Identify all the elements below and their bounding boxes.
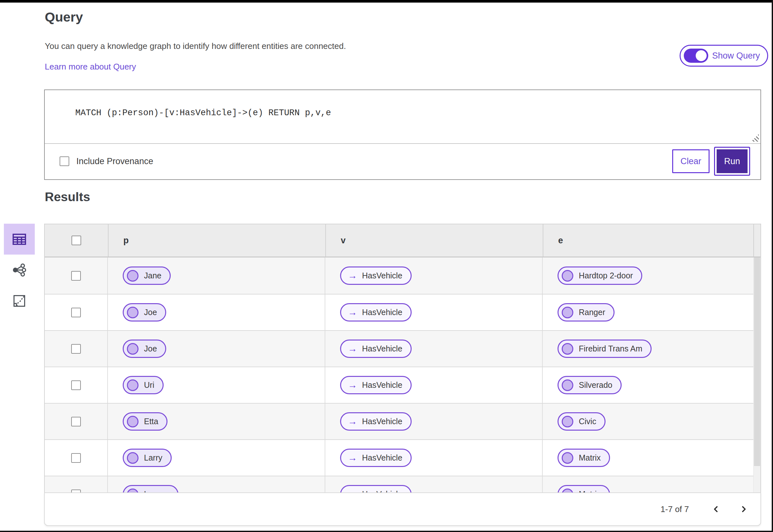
person-node-pill[interactable]: Larry <box>123 449 172 467</box>
arrow-right-icon: → <box>348 308 357 317</box>
cell-e: Silverado <box>543 367 760 403</box>
cell-v: → HasVehicle <box>325 404 543 439</box>
include-provenance-label: Include Provenance <box>76 156 153 166</box>
node-circle-icon <box>562 343 573 355</box>
arrow-right-icon: → <box>348 344 357 353</box>
node-circle-icon <box>562 307 573 318</box>
table-view-button[interactable] <box>4 224 35 255</box>
map-icon <box>12 294 26 308</box>
graph-view-button[interactable] <box>4 255 35 285</box>
entity-node-pill[interactable]: Civic <box>557 412 606 431</box>
node-circle-icon <box>127 307 138 318</box>
arrow-right-icon: → <box>348 490 357 492</box>
cell-v: → HasVehicle <box>325 257 543 294</box>
cell-e: Firebird Trans Am <box>543 331 760 367</box>
row-checkbox[interactable] <box>71 453 81 463</box>
run-button[interactable]: Run <box>714 147 750 176</box>
node-circle-icon <box>562 379 573 391</box>
cell-v: → HasVehicle <box>325 294 543 330</box>
node-circle-icon <box>127 270 138 282</box>
entity-node-pill[interactable]: Silverado <box>557 376 622 394</box>
entity-node-pill[interactable]: Matrix <box>557 485 610 492</box>
cell-v: → HasVehicle <box>325 367 543 403</box>
person-node-pill[interactable]: Jane <box>123 266 171 285</box>
graph-icon <box>12 263 27 277</box>
cell-e: Civic <box>543 404 760 439</box>
table-row: Lauren → HasVehicle Matrix <box>45 476 760 492</box>
cell-p: Larry <box>108 440 325 476</box>
node-circle-icon <box>127 489 138 493</box>
pagination-bar: 1-7 of 7 <box>44 492 761 526</box>
row-checkbox-cell <box>45 257 108 294</box>
cell-e: Matrix <box>543 476 760 492</box>
results-table: p v e Jane → HasVehicle Hardtop 2-door <box>44 224 761 492</box>
person-node-pill[interactable]: Joe <box>123 340 166 358</box>
table-row: Etta → HasVehicle Civic <box>45 403 760 439</box>
node-circle-icon <box>127 452 138 464</box>
column-header-p: p <box>108 224 325 257</box>
header-scrollbar-spacer <box>753 224 760 257</box>
include-provenance-checkbox[interactable] <box>60 156 69 166</box>
table-row: Uri → HasVehicle Silverado <box>45 367 760 403</box>
results-view-switcher <box>4 224 35 316</box>
entity-node-pill[interactable]: Matrix <box>557 449 610 467</box>
toggle-switch-icon[interactable] <box>684 49 708 63</box>
node-circle-icon <box>562 489 573 493</box>
cell-p: Lauren <box>108 476 325 492</box>
node-circle-icon <box>562 270 573 282</box>
relationship-pill[interactable]: → HasVehicle <box>340 266 412 285</box>
row-checkbox[interactable] <box>71 271 81 281</box>
toggle-knob <box>696 50 707 61</box>
person-node-pill[interactable]: Joe <box>123 303 166 322</box>
scrollbar-thumb[interactable] <box>754 257 760 466</box>
query-textarea[interactable]: MATCH (p:Person)-[v:HasVehicle]->(e) RET… <box>45 90 760 144</box>
resize-handle-icon[interactable] <box>751 134 759 142</box>
entity-node-pill[interactable]: Ranger <box>557 303 615 322</box>
row-checkbox[interactable] <box>71 490 81 493</box>
window-top-edge <box>0 0 773 3</box>
chevron-right-icon <box>739 504 749 514</box>
table-row: Joe → HasVehicle Firebird Trans Am <box>45 330 760 367</box>
relationship-pill[interactable]: → HasVehicle <box>340 303 412 322</box>
query-editor-footer: Include Provenance Clear Run <box>45 144 760 179</box>
row-checkbox-cell <box>45 331 108 367</box>
arrow-right-icon: → <box>348 453 357 462</box>
node-circle-icon <box>562 452 573 464</box>
row-checkbox[interactable] <box>71 417 81 426</box>
results-title: Results <box>45 190 90 204</box>
node-circle-icon <box>562 416 573 427</box>
row-checkbox[interactable] <box>71 380 81 390</box>
entity-node-pill[interactable]: Hardtop 2-door <box>557 266 642 285</box>
relationship-pill[interactable]: → HasVehicle <box>340 449 412 467</box>
relationship-pill[interactable]: → HasVehicle <box>340 485 412 492</box>
column-header-v: v <box>325 224 543 257</box>
person-node-pill[interactable]: Etta <box>123 412 167 431</box>
cell-p: Uri <box>108 367 325 403</box>
relationship-pill[interactable]: → HasVehicle <box>340 412 412 431</box>
previous-page-button[interactable] <box>709 502 723 516</box>
select-all-checkbox[interactable] <box>71 236 81 245</box>
cell-e: Hardtop 2-door <box>543 257 760 294</box>
show-query-toggle[interactable]: Show Query <box>680 45 768 67</box>
clear-button[interactable]: Clear <box>672 149 710 173</box>
person-node-pill[interactable]: Lauren <box>123 485 178 492</box>
cell-v: → HasVehicle <box>325 476 543 492</box>
map-view-button[interactable] <box>4 285 35 316</box>
query-editor-panel: MATCH (p:Person)-[v:HasVehicle]->(e) RET… <box>44 89 761 180</box>
relationship-pill[interactable]: → HasVehicle <box>340 340 412 358</box>
table-row: Jane → HasVehicle Hardtop 2-door <box>45 257 760 294</box>
results-table-body: Jane → HasVehicle Hardtop 2-door Joe <box>45 257 760 492</box>
next-page-button[interactable] <box>737 502 751 516</box>
row-checkbox[interactable] <box>71 344 81 354</box>
cell-p: Joe <box>108 294 325 330</box>
learn-more-link[interactable]: Learn more about Query <box>45 62 136 72</box>
relationship-pill[interactable]: → HasVehicle <box>340 376 412 394</box>
chevron-left-icon <box>711 504 721 514</box>
row-checkbox-cell <box>45 404 108 439</box>
vertical-scrollbar[interactable] <box>753 257 760 492</box>
row-checkbox-cell <box>45 476 108 492</box>
row-checkbox[interactable] <box>71 308 81 317</box>
person-node-pill[interactable]: Uri <box>123 376 163 394</box>
show-query-label: Show Query <box>712 51 760 61</box>
entity-node-pill[interactable]: Firebird Trans Am <box>557 340 652 358</box>
